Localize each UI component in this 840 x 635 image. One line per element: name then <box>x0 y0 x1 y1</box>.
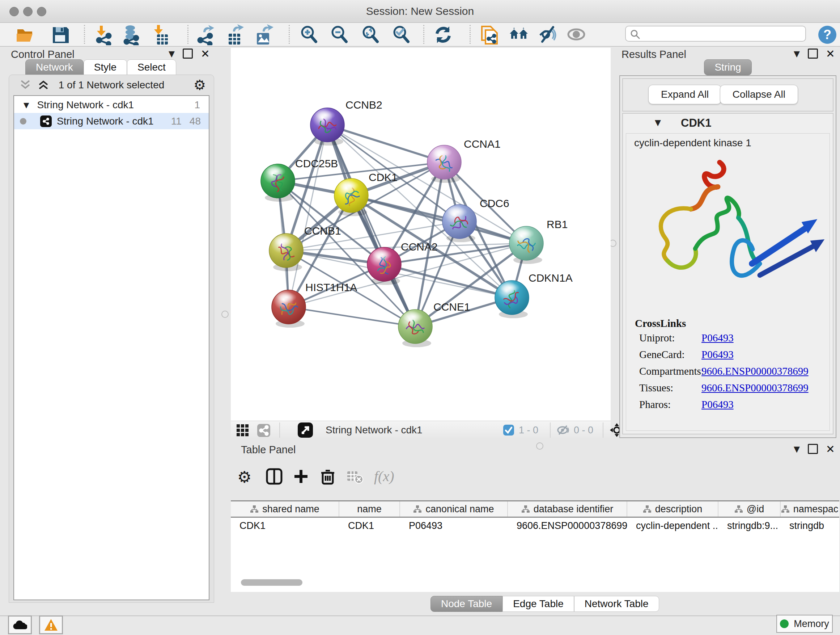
cloud-button[interactable] <box>8 616 32 634</box>
string-network-badge-icon <box>40 116 52 127</box>
grid-view-icon[interactable] <box>236 424 249 437</box>
node-label-cdc6: CDC6 <box>480 197 509 209</box>
results-panel-tabs: String <box>616 59 840 75</box>
collapse-all-button[interactable]: Collapse All <box>720 85 798 104</box>
tab-string[interactable]: String <box>704 59 752 75</box>
results-panel-float-icon[interactable] <box>808 49 818 59</box>
zoom-selected-icon[interactable] <box>391 24 412 45</box>
gene-details: cyclin-dependent kinase 1 <box>626 133 830 431</box>
collection-label: String Network - cdk1 <box>37 99 134 111</box>
network-node-ccnb1[interactable]: CCNB1 <box>269 225 341 271</box>
control-panel-close-icon[interactable]: ✕ <box>201 48 210 60</box>
warnings-button[interactable] <box>39 616 63 634</box>
network-collection-row[interactable]: ▼ String Network - cdk1 1 <box>14 97 209 113</box>
crosslink-value[interactable]: P06493 <box>701 348 734 361</box>
zoom-in-icon[interactable] <box>299 24 320 45</box>
node-label-ccne1: CCNE1 <box>433 301 470 313</box>
import-table-icon[interactable] <box>151 24 172 45</box>
show-graphics-details-icon[interactable] <box>508 24 530 45</box>
column-header[interactable]: description <box>627 501 718 516</box>
import-network-file-icon[interactable] <box>94 24 115 45</box>
column-header[interactable]: name <box>339 501 400 516</box>
selected-nodes-checkbox-icon[interactable] <box>503 424 515 436</box>
control-panel-float-icon[interactable] <box>183 49 193 59</box>
string-protein-query-icon[interactable] <box>480 24 501 45</box>
column-header[interactable]: @id <box>718 501 781 516</box>
table-panel-close-icon[interactable]: ✕ <box>826 443 835 455</box>
table-panel: Table Panel ▼ ✕ ⚙ f(x) shared name <box>227 442 840 616</box>
toolbar-separator <box>84 25 85 44</box>
import-network-database-icon[interactable] <box>121 24 142 45</box>
tab-node-table[interactable]: Node Table <box>431 596 502 612</box>
network-node-rb1[interactable]: RB1 <box>509 218 568 264</box>
node-label-ccnb1: CCNB1 <box>304 225 341 237</box>
crosslink-value[interactable]: 9606.ENSP00000378699 <box>701 365 808 377</box>
left-splitter-handle[interactable] <box>221 310 229 318</box>
export-image-icon[interactable] <box>253 24 274 45</box>
help-icon[interactable]: ? <box>817 24 838 45</box>
horizontal-scrollbar[interactable] <box>241 579 302 586</box>
results-panel-menu-icon[interactable]: ▼ <box>794 49 800 58</box>
crosslink-value[interactable]: 9606.ENSP00000378699 <box>701 382 808 394</box>
node-label-hist1h1a: HIST1H1A <box>305 281 357 293</box>
results-panel: Results Panel ▼ ✕ String Expand All Coll… <box>616 47 840 442</box>
delete-column-icon[interactable] <box>319 468 336 485</box>
network-options-gear-icon[interactable]: ⚙ <box>194 77 206 93</box>
add-column-icon[interactable] <box>292 468 309 485</box>
network-edge[interactable] <box>327 125 444 162</box>
table-options-gear-icon[interactable]: ⚙ <box>237 468 255 485</box>
show-all-icon[interactable] <box>566 24 587 45</box>
network-edge[interactable] <box>289 243 526 307</box>
expand-all-button[interactable]: Expand All <box>648 85 722 104</box>
function-builder-icon[interactable]: f(x) <box>374 468 392 485</box>
network-node-hist1h1a[interactable]: HIST1H1A <box>272 281 357 328</box>
zoom-fit-icon[interactable] <box>360 24 381 45</box>
network-edge[interactable] <box>289 307 415 326</box>
network-node-cdc25b[interactable]: CDC25B <box>261 157 338 202</box>
column-header[interactable]: canonical name <box>400 501 508 516</box>
column-header[interactable]: namespac <box>781 501 838 516</box>
refresh-icon[interactable] <box>433 24 454 45</box>
control-panel-menu-icon[interactable]: ▼ <box>169 49 175 58</box>
collection-expand-icon[interactable]: ▼ <box>24 101 29 109</box>
tab-select[interactable]: Select <box>127 59 176 75</box>
toolbar-separator <box>187 25 188 44</box>
toolbar-separator <box>470 25 471 44</box>
save-session-icon[interactable] <box>50 24 71 45</box>
search-input[interactable] <box>625 26 806 42</box>
export-network-icon[interactable] <box>195 24 216 45</box>
table-panel-menu-icon[interactable]: ▼ <box>794 445 800 454</box>
network-node-ccna1[interactable]: CCNA1 <box>427 138 501 183</box>
control-panel: Control Panel ▼ ✕ NetworkStyleSelectSets… <box>4 47 217 603</box>
memory-button[interactable]: Memory <box>776 615 833 633</box>
hide-selected-icon[interactable] <box>537 24 558 45</box>
birds-eye-view-icon[interactable] <box>297 422 313 438</box>
network-panel-body: 1 of 1 Network selected ⚙ ▼ String Netwo… <box>9 74 214 603</box>
string-view-icon[interactable] <box>257 424 271 437</box>
network-row-selected[interactable]: String Network - cdk1 11 48 <box>14 113 209 129</box>
column-header[interactable]: database identifier <box>508 501 627 516</box>
network-node-ccne1[interactable]: CCNE1 <box>398 301 470 347</box>
tab-network[interactable]: Network <box>25 59 84 75</box>
network-canvas[interactable]: CCNB2CCNA1CDC25BCDK1CDC6RB1CCNB1CCNA2CDK… <box>231 48 611 421</box>
table-panel-float-icon[interactable] <box>808 444 818 454</box>
gene-collapse-icon[interactable]: ▼ <box>655 118 661 127</box>
cell-namespace: stringdb <box>781 518 838 534</box>
crosslink-row: Pharos: P06493 <box>639 399 826 415</box>
network-view-toolbar: String Network - cdk1 1 - 0 0 - 0 <box>231 421 611 439</box>
show-columns-icon[interactable] <box>265 468 283 485</box>
clear-table-icon[interactable] <box>346 468 363 485</box>
tab-edge-table[interactable]: Edge Table <box>502 596 574 612</box>
results-panel-close-icon[interactable]: ✕ <box>826 48 835 60</box>
tab-style[interactable]: Style <box>84 59 127 75</box>
network-node-cdkn1a[interactable]: CDKN1A <box>495 272 573 318</box>
toolbar-separator <box>603 423 603 438</box>
open-session-icon[interactable] <box>15 24 36 45</box>
crosslink-value[interactable]: P06493 <box>701 332 734 344</box>
crosslink-value[interactable]: P06493 <box>701 399 734 410</box>
tab-network-table[interactable]: Network Table <box>574 596 659 612</box>
table-row[interactable]: CDK1 CDK1 P06493 9606.ENSP00000378699 cy… <box>231 518 839 534</box>
zoom-out-icon[interactable] <box>329 24 350 45</box>
column-header[interactable]: shared name <box>231 501 339 516</box>
export-table-icon[interactable] <box>224 24 245 45</box>
